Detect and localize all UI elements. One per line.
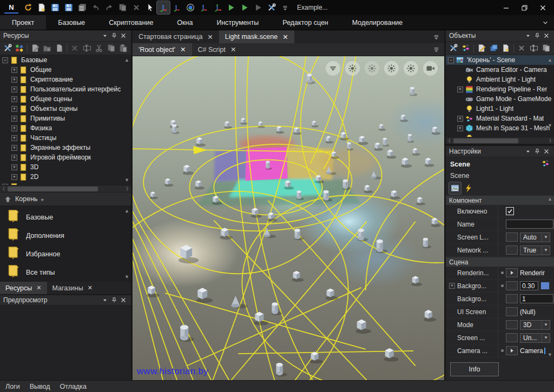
close-panel-icon[interactable] [118,296,128,304]
plus-expander-icon[interactable]: + [11,145,17,151]
cut-button[interactable] [93,43,105,54]
resources-root-row[interactable]: −Базовые [0,55,131,65]
resources-folder-row[interactable]: +Скриптование [0,75,131,84]
play-button[interactable] [225,1,238,14]
object-row[interactable]: +Material Standard - Mat [446,114,554,123]
color-swatch[interactable] [540,282,550,290]
reference-arrow-button[interactable] [506,346,518,355]
property-options-button[interactable] [506,294,518,303]
primitives-palette-button[interactable] [14,43,26,54]
resources-folder-row[interactable]: +2D [0,172,131,182]
restore-button[interactable] [515,1,533,14]
plus-expander-icon[interactable]: + [457,125,463,131]
menu-item-Моделирование[interactable]: Моделирование [340,15,415,30]
properties-button[interactable] [449,182,461,194]
scroll-down-icon[interactable]: ▼ [124,177,130,183]
window-list-icon[interactable] [428,30,444,43]
gizmo-scale-button[interactable] [197,1,210,14]
pin-icon[interactable] [532,147,542,156]
tools-button[interactable] [265,1,278,14]
menu-item-Инструменты[interactable]: Инструменты [205,15,271,30]
panel-menu-icon[interactable] [100,296,109,304]
edit-page-button[interactable] [29,43,41,54]
pin-icon[interactable] [109,31,118,40]
object-row[interactable]: −'Корень' - Scene [446,55,554,65]
property-dropdown[interactable]: Un...▼ [520,333,550,343]
resources-folder-row[interactable]: +3D [0,162,131,172]
plus-expander-icon[interactable]: + [11,135,17,141]
rename-button[interactable] [528,43,540,54]
tab-close-icon[interactable]: ✕ [88,284,93,291]
property-options-button[interactable] [506,245,518,255]
menu-item-Базовые[interactable]: Базовые [46,15,97,30]
paste-button[interactable] [117,43,129,54]
new-file-button[interactable] [500,43,512,54]
minus-expander-icon[interactable]: − [448,57,454,63]
pin-icon[interactable] [532,31,542,40]
edit-page-button[interactable] [476,43,487,54]
breadcrumb-root[interactable]: Корень [15,195,38,203]
reference-arrow-button[interactable] [506,268,518,277]
new-component-button[interactable] [488,43,500,54]
minus-expander-icon[interactable]: − [2,184,8,185]
property-dropdown[interactable]: True▼ [520,245,550,255]
close-panel-icon[interactable] [542,31,551,40]
rename-button[interactable] [81,43,93,54]
plus-expander-icon[interactable]: + [449,283,455,289]
sun-button[interactable] [384,61,399,76]
tab-Ресурсы[interactable]: Ресурсы✕ [0,282,47,294]
tab-close-icon[interactable]: ✕ [36,284,41,291]
settings-wrench-button[interactable] [2,43,14,54]
property-options-button[interactable] [506,281,518,290]
property-options-button[interactable] [506,320,518,329]
plus-expander-icon[interactable]: + [11,96,17,102]
sun-dim-button[interactable] [365,61,379,76]
camera-button[interactable] [423,61,438,76]
resources-folder-row[interactable]: +Общие [0,65,131,75]
copy-button[interactable] [105,43,117,54]
scene-viewport[interactable]: www.historian.by [133,56,444,380]
folder-item-Базовые[interactable]: Базовые [0,208,131,227]
object-row[interactable]: +Rendering Pipeline - Rer [446,84,554,94]
refresh-button[interactable] [22,1,35,14]
property-dropdown[interactable]: Auto▼ [520,232,550,242]
tab-Магазины[interactable]: Магазины✕ [47,282,98,294]
panel-menu-icon[interactable] [100,31,109,40]
toolbar-options-button[interactable] [279,1,292,14]
menu-item-Скриптование[interactable]: Скриптование [97,15,165,30]
plus-expander-icon[interactable]: + [457,116,463,122]
property-options-button[interactable] [506,232,518,242]
color-value-input[interactable] [520,281,538,290]
tab-C#-Script[interactable]: C# Script✕ [192,43,242,56]
menu-overflow-chevron-icon[interactable] [537,15,554,30]
plus-expander-icon[interactable]: + [11,155,17,161]
plus-expander-icon[interactable]: + [11,67,17,73]
property-options-button[interactable] [506,333,518,342]
close-button[interactable] [533,1,552,14]
object-row[interactable]: Light1 - Light [446,104,554,114]
sun-button[interactable] [345,61,360,76]
close-panel-icon[interactable] [542,147,551,156]
plus-expander-icon[interactable]: + [457,87,463,92]
new-folder-button[interactable] [41,43,53,54]
minus-expander-icon[interactable]: − [2,57,8,63]
scroll-down-icon[interactable]: ▼ [124,274,130,280]
property-options-button[interactable] [506,307,518,316]
resources-folder-row[interactable]: +Общее сцены [0,94,131,104]
tab-Light-mask-scene[interactable]: Light mask.scene✕ [219,30,294,43]
plus-expander-icon[interactable]: + [11,164,17,170]
events-lightning-button[interactable] [463,182,474,194]
resources-tree-hscrollbar[interactable]: 〈〉 [0,185,131,192]
object-row[interactable] [446,133,554,137]
play-button[interactable] [238,1,251,14]
panel-menu-icon[interactable] [523,147,532,156]
resources-folder-row[interactable]: +Игровой фреймворк [0,152,131,162]
scroll-up-icon[interactable]: ▲ [124,57,130,63]
plus-expander-icon[interactable]: + [11,174,17,180]
panel-menu-icon[interactable] [523,31,532,40]
object-row[interactable]: Camera Editor - Camera [446,65,554,75]
status-item-Отладка[interactable]: Отладка [60,383,87,390]
delete-button[interactable] [516,43,527,54]
object-row[interactable]: Ambient Light - Light [446,75,554,84]
gizmo-transform-button[interactable] [211,1,224,14]
